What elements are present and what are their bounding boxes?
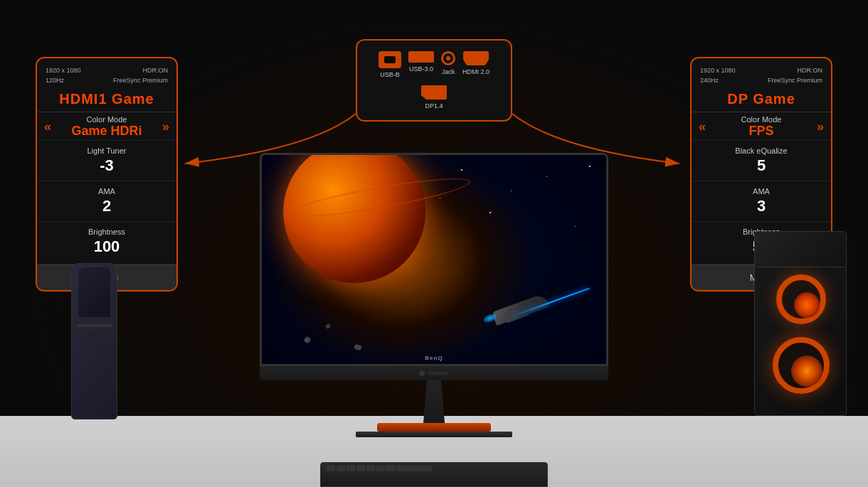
left-ama-value: 2 <box>48 197 165 215</box>
right-osd-meta: 1920 x 1080 HDR:ON <box>692 67 831 74</box>
star <box>489 212 491 213</box>
left-brightness-label: Brightness <box>48 228 165 236</box>
monitor-stand-foot <box>356 432 512 437</box>
star <box>440 198 440 198</box>
right-device-top <box>755 232 846 267</box>
console-vent1 <box>84 334 105 337</box>
starfield <box>262 155 606 364</box>
speaker-inner-top <box>794 292 820 318</box>
usb3-icon <box>408 51 434 63</box>
left-osd-meta: 1920 x 1080 HDR:ON <box>37 67 176 74</box>
usb-b-icon <box>379 51 401 68</box>
key <box>386 466 395 471</box>
monitor-area: BenQ <box>249 153 619 437</box>
left-color-mode-value: Game HDRi <box>71 124 142 139</box>
left-meta-hz: 120Hz <box>46 77 64 84</box>
right-row-ama: AMA 3 <box>692 181 831 221</box>
left-console <box>71 263 117 419</box>
right-black-equalize-label: Black eQualize <box>703 146 820 155</box>
usb-b-label: USB-B <box>380 71 400 78</box>
left-row-light-tuner: Light Tuner -3 <box>37 140 176 181</box>
right-meta-hdr: HDR:ON <box>798 67 823 74</box>
usb3-label: USB-3.0 <box>409 65 433 73</box>
spacebar <box>396 466 432 471</box>
right-meta-resolution: 1920 x 1080 <box>700 67 736 74</box>
key <box>346 466 355 471</box>
left-row-ama: AMA 2 <box>37 181 176 221</box>
key <box>327 466 335 471</box>
console-top <box>78 267 110 317</box>
hdmi-icon <box>463 51 489 65</box>
left-meta-freesync: FreeSync Premium <box>113 77 168 84</box>
left-row-brightness: Brightness 100 <box>37 221 176 262</box>
right-ama-label: AMA <box>703 187 820 196</box>
right-arrow-prev[interactable]: « <box>699 119 706 134</box>
dp-icon <box>421 85 447 100</box>
jack-label: Jack <box>442 68 455 75</box>
monitor-bezel-bottom <box>260 366 608 380</box>
keyboard-keys <box>321 463 547 474</box>
star <box>575 226 576 227</box>
right-color-mode-value: FPS <box>741 124 782 139</box>
star <box>461 169 462 171</box>
right-osd-meta2: 240Hz FreeSync Premium <box>692 77 831 84</box>
left-osd-title: HDMI1 Game <box>37 87 176 112</box>
key <box>376 466 385 471</box>
monitor-logo-area <box>428 372 449 375</box>
left-osd-meta2: 120Hz FreeSync Premium <box>37 77 176 84</box>
left-arrow-prev[interactable]: « <box>44 119 51 134</box>
left-light-tuner-label: Light Tuner <box>48 146 165 155</box>
left-arrow-next[interactable]: » <box>162 119 169 134</box>
key <box>337 466 345 471</box>
power-led <box>419 370 425 376</box>
left-light-tuner-value: -3 <box>48 156 165 175</box>
left-color-mode-label: Color Mode <box>71 115 142 124</box>
star <box>589 166 591 167</box>
speaker-ring-bottom <box>773 337 830 394</box>
monitor-frame: BenQ <box>260 153 608 366</box>
speaker-ring-top <box>776 274 826 324</box>
right-speaker <box>754 231 847 416</box>
keyboard <box>320 462 548 487</box>
monitor-stand-base <box>377 423 491 432</box>
right-meta-hz: 240Hz <box>700 77 719 84</box>
left-meta-resolution: 1920 x 1080 <box>46 67 81 74</box>
key <box>356 466 365 471</box>
right-meta-freesync: FreeSync Premium <box>768 77 822 84</box>
port-jack: Jack <box>441 51 455 78</box>
monitor-stand-neck <box>416 380 452 423</box>
port-hdmi: HDMI 2.0 <box>462 51 489 78</box>
left-meta-hdr: HDR:ON <box>143 67 169 74</box>
hdmi-label: HDMI 2.0 <box>462 68 489 75</box>
left-osd-card: 1920 x 1080 HDR:ON 120Hz FreeSync Premiu… <box>36 57 178 291</box>
monitor-screen: BenQ <box>262 155 606 364</box>
port-dp: DP1.4 <box>421 85 447 109</box>
console-disc-slot <box>77 324 112 327</box>
right-arrow-next[interactable]: » <box>817 119 824 134</box>
right-black-equalize-value: 5 <box>703 156 820 175</box>
dp-label: DP1.4 <box>425 102 443 109</box>
right-ama-value: 3 <box>703 197 820 215</box>
port-usb3: USB-3.0 <box>408 51 434 78</box>
console-vent2 <box>84 343 105 346</box>
speaker-inner-bottom <box>791 355 822 387</box>
right-color-mode-label: Color Mode <box>741 115 782 124</box>
right-osd-title: DP Game <box>692 87 831 112</box>
left-brightness-value: 100 <box>48 237 165 256</box>
jack-icon <box>441 51 455 65</box>
key <box>366 466 375 471</box>
right-row-black-equalize: Black eQualize 5 <box>692 140 831 181</box>
port-panel: USB-B USB-3.0 Jack HDMI 2.0 DP1.4 <box>356 39 512 122</box>
star <box>511 191 512 191</box>
port-usb-b: USB-B <box>379 51 401 78</box>
benq-logo: BenQ <box>425 355 443 361</box>
left-ama-label: AMA <box>48 187 165 196</box>
star <box>546 176 547 177</box>
